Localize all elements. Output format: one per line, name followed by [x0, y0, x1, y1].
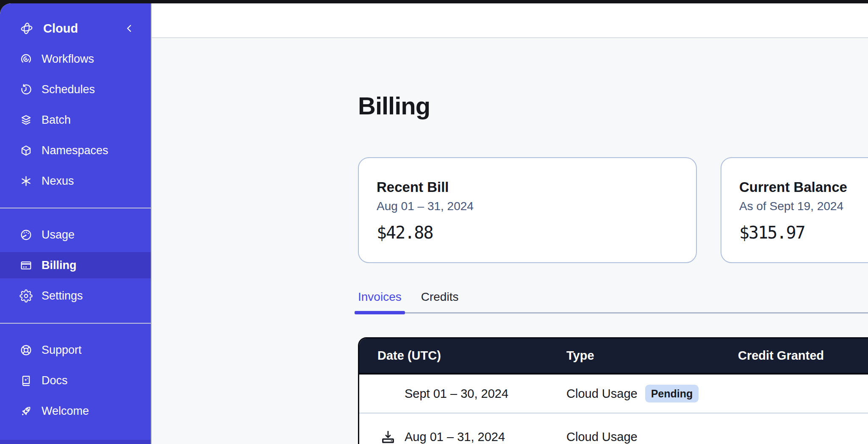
docs-book-icon — [19, 374, 33, 387]
sidebar-item-label: Workflows — [42, 53, 94, 66]
sidebar-brand[interactable]: Cloud — [0, 13, 151, 44]
card-subtitle: As of Sept 19, 2024 — [739, 199, 868, 214]
main-area: Billing Recent Bill Aug 01 – 31, 2024 $4… — [152, 3, 868, 444]
invoice-date-cell: Sept 01 – 30, 2024 — [359, 386, 566, 402]
page-title: Billing — [358, 91, 868, 121]
download-placeholder — [380, 386, 396, 402]
sidebar-item-label: Batch — [42, 114, 71, 127]
sidebar-item-batch[interactable]: Batch — [0, 105, 151, 135]
billing-card-icon — [19, 259, 33, 272]
sidebar-item-schedules[interactable]: Schedules — [0, 74, 151, 105]
schedules-icon — [19, 83, 33, 96]
sidebar-item-label: Usage — [42, 228, 75, 241]
support-lifering-icon — [19, 344, 33, 357]
card-amount: $42.88 — [377, 223, 678, 242]
tab-credits[interactable]: Credits — [421, 290, 459, 313]
sidebar-item-namespaces[interactable]: Namespaces — [0, 135, 151, 166]
card-subtitle: Aug 01 – 31, 2024 — [377, 199, 678, 214]
sidebar-item-label: Billing — [42, 259, 77, 272]
invoice-type-cell: Cloud Usage Pending — [566, 385, 738, 402]
sidebar-bottom-item-partial — [0, 440, 151, 444]
sidebar-item-billing[interactable]: Billing — [0, 252, 151, 278]
card-amount: $315.97 — [739, 223, 868, 242]
download-invoice-button[interactable] — [380, 429, 396, 444]
status-badge: Pending — [645, 385, 699, 402]
column-header-date: Date (UTC) — [359, 349, 566, 363]
collapse-sidebar-button[interactable] — [124, 23, 135, 34]
sidebar-item-label: Support — [42, 344, 82, 357]
invoice-type-cell: Cloud Usage — [566, 430, 738, 444]
billing-tabs: Invoices Credits — [358, 290, 868, 314]
sidebar-item-label: Docs — [42, 374, 68, 387]
sidebar: Cloud Workflows — [0, 3, 152, 444]
column-header-type: Type — [566, 349, 738, 363]
invoice-type: Cloud Usage — [566, 387, 638, 401]
card-title: Current Balance — [739, 179, 868, 195]
namespaces-cube-icon — [19, 144, 33, 157]
sidebar-item-label: Nexus — [42, 175, 74, 188]
sidebar-item-docs[interactable]: Docs — [0, 365, 151, 396]
top-bar — [152, 3, 868, 38]
sidebar-item-settings[interactable]: Settings — [0, 280, 151, 311]
table-header: Date (UTC) Type Credit Granted — [359, 339, 868, 375]
batch-layers-icon — [19, 114, 33, 127]
sidebar-divider — [0, 323, 151, 324]
sidebar-item-usage[interactable]: Usage — [0, 219, 151, 250]
invoice-date: Sept 01 – 30, 2024 — [405, 387, 508, 401]
workflows-icon — [19, 53, 33, 66]
invoice-date: Aug 01 – 31, 2024 — [405, 430, 505, 444]
download-icon — [380, 429, 396, 444]
sidebar-item-support[interactable]: Support — [0, 335, 151, 365]
nexus-asterisk-icon — [19, 175, 33, 188]
recent-bill-card: Recent Bill Aug 01 – 31, 2024 $42.88 — [358, 157, 697, 263]
invoice-table: Date (UTC) Type Credit Granted Sept 01 –… — [358, 337, 868, 444]
brand-label: Cloud — [43, 22, 78, 36]
table-row: Aug 01 – 31, 2024 Cloud Usage — [359, 413, 868, 444]
welcome-rocket-icon — [19, 405, 33, 418]
table-row: Sept 01 – 30, 2024 Cloud Usage Pending — [359, 375, 868, 413]
card-title: Recent Bill — [377, 179, 678, 195]
sidebar-item-nexus[interactable]: Nexus — [0, 166, 151, 196]
temporal-logo-icon — [19, 21, 34, 36]
invoice-type: Cloud Usage — [566, 430, 638, 444]
tab-invoices[interactable]: Invoices — [358, 290, 402, 313]
usage-gauge-icon — [19, 228, 33, 241]
sidebar-item-label: Welcome — [42, 405, 89, 418]
sidebar-item-workflows[interactable]: Workflows — [0, 44, 151, 74]
billing-page: Billing Recent Bill Aug 01 – 31, 2024 $4… — [152, 38, 868, 444]
sidebar-item-label: Schedules — [42, 83, 95, 96]
invoice-date-cell: Aug 01 – 31, 2024 — [359, 429, 566, 444]
chevron-left-icon — [124, 23, 135, 34]
summary-cards: Recent Bill Aug 01 – 31, 2024 $42.88 Cur… — [358, 157, 868, 263]
settings-gear-icon — [19, 289, 33, 302]
sidebar-item-welcome[interactable]: Welcome — [0, 396, 151, 426]
app-window: Cloud Workflows — [0, 3, 868, 444]
current-balance-card: Current Balance As of Sept 19, 2024 $315… — [721, 157, 868, 263]
sidebar-item-label: Namespaces — [42, 144, 108, 157]
sidebar-divider — [0, 208, 151, 208]
column-header-credit-granted: Credit Granted — [738, 349, 868, 363]
sidebar-item-label: Settings — [42, 289, 83, 302]
